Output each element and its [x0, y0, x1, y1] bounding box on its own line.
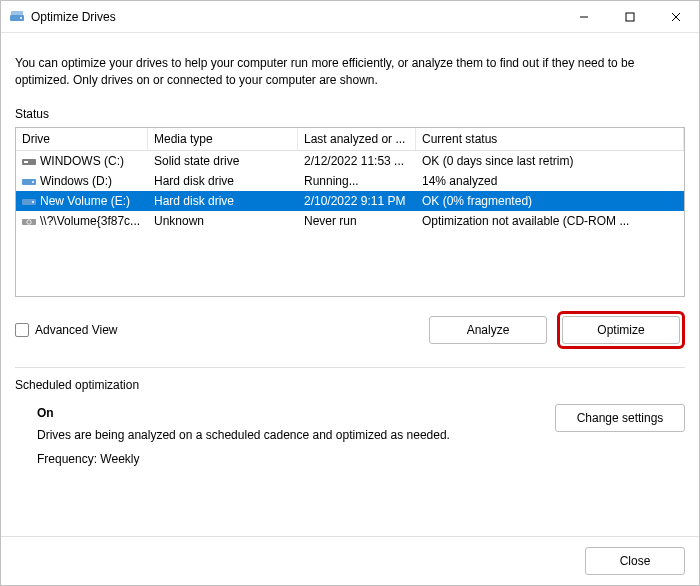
scheduled-description: Drives are being analyzed on a scheduled… [37, 428, 555, 442]
svg-rect-1 [11, 11, 23, 15]
separator [15, 367, 685, 368]
analyze-button[interactable]: Analyze [429, 316, 547, 344]
drive-last-analyzed: 2/12/2022 11:53 ... [298, 152, 416, 170]
drive-media: Unknown [148, 212, 298, 230]
svg-rect-4 [626, 13, 634, 21]
drive-icon [22, 216, 36, 226]
intro-text: You can optimize your drives to help you… [15, 55, 685, 89]
status-label: Status [15, 107, 685, 121]
optimize-drives-window: Optimize Drives You can optimize your dr… [0, 0, 700, 586]
drive-icon [22, 176, 36, 186]
drive-status: 14% analyzed [416, 172, 684, 190]
scheduled-state: On [37, 406, 555, 420]
table-row[interactable]: Windows (D:)Hard disk driveRunning...14%… [16, 171, 684, 191]
table-row[interactable]: New Volume (E:)Hard disk drive2/10/2022 … [16, 191, 684, 211]
drive-name: New Volume (E:) [40, 194, 130, 208]
svg-point-12 [32, 201, 34, 203]
drive-media: Solid state drive [148, 152, 298, 170]
titlebar: Optimize Drives [1, 1, 699, 33]
drive-last-analyzed: Never run [298, 212, 416, 230]
footer: Close [1, 536, 699, 585]
svg-point-2 [20, 17, 22, 19]
scheduled-heading: Scheduled optimization [15, 378, 685, 392]
maximize-button[interactable] [607, 1, 653, 33]
column-media[interactable]: Media type [148, 128, 298, 150]
drive-icon [22, 156, 36, 166]
change-settings-button[interactable]: Change settings [555, 404, 685, 432]
drive-status: OK (0 days since last retrim) [416, 152, 684, 170]
drive-media: Hard disk drive [148, 172, 298, 190]
close-button[interactable]: Close [585, 547, 685, 575]
drive-name: \\?\Volume{3f87c... [40, 214, 140, 228]
drive-icon [22, 196, 36, 206]
drive-last-analyzed: Running... [298, 172, 416, 190]
column-status[interactable]: Current status [416, 128, 684, 150]
table-row[interactable]: WINDOWS (C:)Solid state drive2/12/2022 1… [16, 151, 684, 171]
window-title: Optimize Drives [31, 10, 561, 24]
column-drive[interactable]: Drive [16, 128, 148, 150]
app-icon [9, 9, 25, 25]
column-last-analyzed[interactable]: Last analyzed or ... [298, 128, 416, 150]
optimize-button[interactable]: Optimize [562, 316, 680, 344]
svg-point-10 [32, 181, 34, 183]
minimize-button[interactable] [561, 1, 607, 33]
drive-status: Optimization not available (CD-ROM ... [416, 212, 684, 230]
scheduled-frequency: Frequency: Weekly [37, 452, 555, 466]
drive-list-header: Drive Media type Last analyzed or ... Cu… [16, 128, 684, 151]
table-row[interactable]: \\?\Volume{3f87c...UnknownNever runOptim… [16, 211, 684, 231]
advanced-view-checkbox[interactable] [15, 323, 29, 337]
optimize-highlight: Optimize [557, 311, 685, 349]
drive-status: OK (0% fragmented) [416, 192, 684, 210]
drive-name: WINDOWS (C:) [40, 154, 124, 168]
close-window-button[interactable] [653, 1, 699, 33]
drive-list: Drive Media type Last analyzed or ... Cu… [15, 127, 685, 297]
drive-last-analyzed: 2/10/2022 9:11 PM [298, 192, 416, 210]
drive-media: Hard disk drive [148, 192, 298, 210]
svg-rect-8 [24, 161, 28, 163]
drive-name: Windows (D:) [40, 174, 112, 188]
advanced-view-label: Advanced View [35, 323, 118, 337]
